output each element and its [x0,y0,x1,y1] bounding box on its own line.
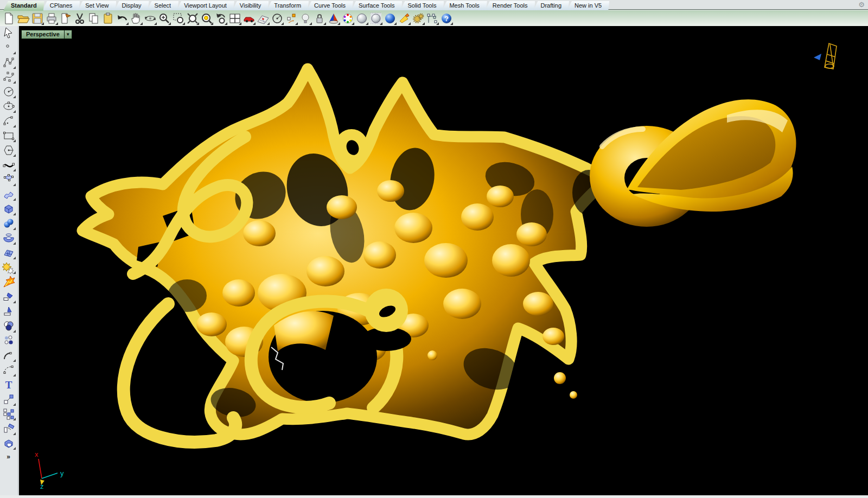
layer-light-button[interactable] [298,11,312,25]
tab-render-tools[interactable]: Render Tools [485,1,535,11]
tab-transform[interactable]: Transform [266,1,309,11]
circle-center-button[interactable] [270,11,284,25]
surface-from-curves-button[interactable] [1,187,17,202]
perspective-viewport[interactable]: Perspective ▼ [19,26,868,495]
eyelet-top[interactable] [335,129,368,162]
control-point-curve-button[interactable] [1,70,17,85]
rendered-viewport-button[interactable] [341,11,355,25]
split-button[interactable] [1,304,17,319]
tab-cplanes[interactable]: CPlanes [42,1,80,11]
eyelet-bottom[interactable] [365,289,408,332]
undo-button[interactable] [115,11,129,25]
spotlight-button[interactable] [397,11,411,25]
help-button[interactable]: ? [439,11,454,25]
trim-button[interactable] [1,290,17,304]
zoom-extents-button[interactable] [186,11,200,25]
pan-button[interactable] [129,11,143,25]
explode-burst-button[interactable] [1,275,17,290]
tab-set-view[interactable]: Set View [78,1,116,11]
tab-new-in-v5[interactable]: New in V5 [567,1,609,11]
boolean-union-button[interactable] [1,436,17,451]
viewport-title-label[interactable]: Perspective [22,30,64,39]
tab-standard[interactable]: Standard [3,1,44,11]
arc-tool-button[interactable] [1,114,17,129]
point-cloud-button[interactable] [1,334,17,348]
main-toolbar: ? [0,10,868,26]
open-file-button[interactable] [16,11,30,25]
tab-mesh-tools[interactable]: Mesh Tools [442,1,487,11]
axis-y-line [42,473,58,478]
new-document-button[interactable] [2,11,16,25]
polygon-tool-button[interactable] [1,143,17,158]
toolbar-tab-bar: StandardCPlanesSet ViewDisplaySelectView… [0,0,868,10]
copy-button[interactable] [87,11,101,25]
bottom-strip [0,495,868,498]
svg-text:?: ? [444,15,449,23]
paste-button[interactable] [101,11,115,25]
spotlight-widget[interactable] [814,43,837,69]
bail-ribbon[interactable] [627,99,796,212]
tab-display[interactable]: Display [114,1,149,11]
point-button[interactable] [1,41,17,55]
render-preview-button[interactable] [355,11,369,25]
save-button[interactable] [30,11,44,25]
tab-drafting[interactable]: Drafting [533,1,569,11]
zoom-selected-button[interactable] [200,11,214,25]
lock-button[interactable] [312,11,327,25]
named-view-button[interactable] [242,11,256,25]
viewport-title-dropdown[interactable]: ▼ [64,30,72,39]
undo-view-button[interactable] [214,11,228,25]
render-scene[interactable]: x y z [19,26,868,495]
cut-button[interactable] [73,11,87,25]
tab-surface-tools[interactable]: Surface Tools [351,1,402,11]
rotate-view-button[interactable] [143,11,157,25]
options-button[interactable] [411,11,425,25]
properties-doc-button[interactable] [59,11,73,25]
array-button[interactable] [1,407,17,422]
boolean-union-icon [1,443,17,452]
sphere-tool-button[interactable] [1,216,17,231]
tab-viewport-layout[interactable]: Viewport Layout [176,1,234,11]
blend-curve-button[interactable] [1,363,17,378]
shaded-viewport-button[interactable] [327,11,341,25]
tool-sidebar: T» [0,26,18,498]
tab-select[interactable]: Select [147,1,179,11]
tab-curve-tools[interactable]: Curve Tools [307,1,353,11]
text-tool-button[interactable]: T [1,378,17,392]
svg-text:T: T [5,379,12,391]
gumball-button[interactable] [284,11,298,25]
axis-gnomon: x y z [35,450,64,490]
freeform-curve-button[interactable] [1,158,17,173]
surface-corner-points-button[interactable] [1,173,17,187]
viewport-layout-button[interactable] [228,11,242,25]
move-button[interactable] [1,392,17,407]
explode-button[interactable] [1,260,17,275]
tab-solid-tools[interactable]: Solid Tools [400,1,444,11]
polyline-button[interactable] [1,55,17,70]
box-tool-button[interactable] [1,202,17,216]
surface-patch-button[interactable] [1,246,17,260]
tab-visibility[interactable]: Visibility [232,1,269,11]
fillet-curve-button[interactable] [1,348,17,363]
rectangle-tool-button[interactable] [1,129,17,143]
axis-x-line [39,459,42,478]
render-button[interactable] [383,11,397,25]
sidebar-more-button[interactable]: » [0,453,16,461]
orient-button[interactable] [1,422,17,436]
zoom-window-button[interactable] [171,11,186,25]
axis-y-label: y [60,469,64,477]
curve-boolean-button[interactable] [1,319,17,334]
print-button[interactable] [44,11,59,25]
gear-icon[interactable]: ⚙ [858,1,865,9]
record-history-button[interactable] [425,11,439,25]
pendant-model[interactable] [82,43,837,442]
cplane-button[interactable] [256,11,270,25]
torus-tool-button[interactable] [1,231,17,246]
zoom-dynamic-button[interactable] [157,11,171,25]
viewport-title[interactable]: Perspective ▼ [21,30,72,39]
axis-z-label: z [40,482,44,490]
select-pointer-button[interactable] [1,26,17,41]
circle-tool-button[interactable] [1,85,17,99]
render-region-button[interactable] [369,11,383,25]
ellipse-tool-button[interactable] [1,99,17,114]
